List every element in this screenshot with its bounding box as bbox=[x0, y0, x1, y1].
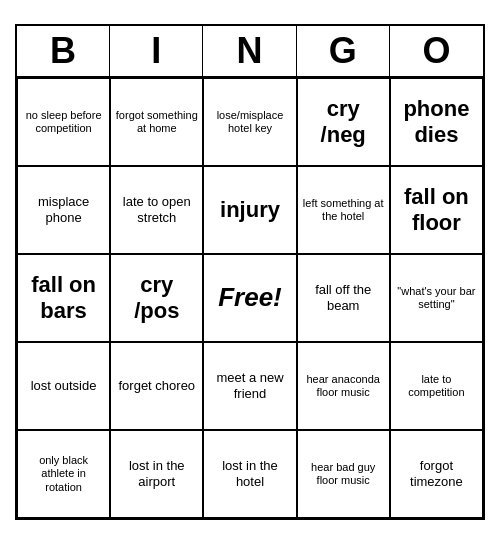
bingo-cell: lost in the hotel bbox=[203, 430, 296, 518]
bingo-cell: phone dies bbox=[390, 78, 483, 166]
bingo-cell: fall on floor bbox=[390, 166, 483, 254]
bingo-cell: cry /neg bbox=[297, 78, 390, 166]
bingo-cell: forget choreo bbox=[110, 342, 203, 430]
bingo-cell: hear anaconda floor music bbox=[297, 342, 390, 430]
bingo-cell: cry /pos bbox=[110, 254, 203, 342]
bingo-cell: lost in the airport bbox=[110, 430, 203, 518]
bingo-cell: lost outside bbox=[17, 342, 110, 430]
bingo-cell: hear bad guy floor music bbox=[297, 430, 390, 518]
bingo-card: BINGO no sleep before competitionforgot … bbox=[15, 24, 485, 520]
bingo-cell: late to open stretch bbox=[110, 166, 203, 254]
bingo-cell: Free! bbox=[203, 254, 296, 342]
bingo-header: BINGO bbox=[17, 26, 483, 78]
bingo-cell: fall on bars bbox=[17, 254, 110, 342]
bingo-cell: no sleep before competition bbox=[17, 78, 110, 166]
bingo-cell: meet a new friend bbox=[203, 342, 296, 430]
bingo-cell: left something at the hotel bbox=[297, 166, 390, 254]
bingo-cell: fall off the beam bbox=[297, 254, 390, 342]
bingo-header-letter: I bbox=[110, 26, 203, 76]
bingo-cell: misplace phone bbox=[17, 166, 110, 254]
bingo-grid: no sleep before competitionforgot someth… bbox=[17, 78, 483, 518]
bingo-header-letter: B bbox=[17, 26, 110, 76]
bingo-header-letter: N bbox=[203, 26, 296, 76]
bingo-cell: lose/misplace hotel key bbox=[203, 78, 296, 166]
bingo-header-letter: O bbox=[390, 26, 483, 76]
bingo-header-letter: G bbox=[297, 26, 390, 76]
bingo-cell: forgot timezone bbox=[390, 430, 483, 518]
bingo-cell: late to competition bbox=[390, 342, 483, 430]
bingo-cell: forgot something at home bbox=[110, 78, 203, 166]
bingo-cell: "what's your bar setting" bbox=[390, 254, 483, 342]
bingo-cell: only black athlete in rotation bbox=[17, 430, 110, 518]
bingo-cell: injury bbox=[203, 166, 296, 254]
